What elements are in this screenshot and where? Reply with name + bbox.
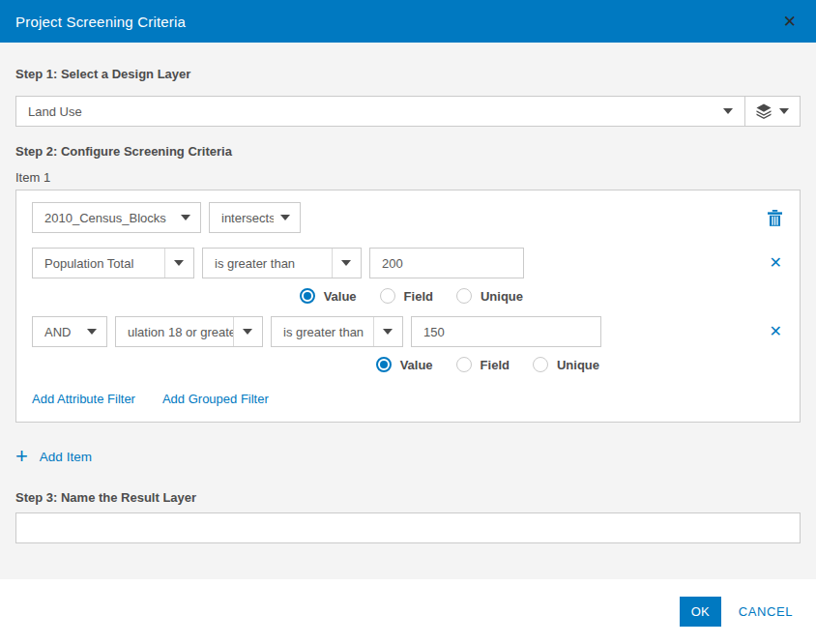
project-screening-dialog: Project Screening Criteria ✕ Step 1: Sel… bbox=[0, 0, 816, 644]
layers-icon bbox=[756, 103, 772, 119]
filter1-radio-value[interactable] bbox=[300, 288, 315, 304]
filter2-field-dropdown[interactable]: ulation 18 or greater bbox=[115, 316, 263, 347]
ok-button[interactable]: OK bbox=[680, 597, 721, 627]
filter1-field-value: Population Total bbox=[44, 256, 133, 271]
chevron-down-icon bbox=[87, 329, 97, 335]
design-layer-select[interactable]: Land Use bbox=[16, 97, 744, 126]
layer-options-button[interactable] bbox=[745, 97, 800, 126]
filter1-radio-field[interactable] bbox=[380, 288, 395, 304]
close-icon[interactable]: ✕ bbox=[779, 12, 801, 32]
chevron-down-icon bbox=[779, 108, 789, 114]
dialog-header: Project Screening Criteria ✕ bbox=[0, 0, 816, 43]
chevron-down-icon bbox=[280, 215, 290, 220]
dialog-body: Step 1: Select a Design Layer Land Use S… bbox=[0, 43, 816, 579]
filter2-conjunction-value: AND bbox=[44, 325, 71, 339]
filter2-radio-field-label: Field bbox=[481, 358, 510, 372]
filter2-radio-unique[interactable] bbox=[533, 357, 548, 372]
close-icon: ✕ bbox=[770, 324, 782, 339]
spatial-operator-value: intersects bbox=[221, 211, 274, 225]
dialog-footer: OK CANCEL bbox=[0, 579, 816, 644]
filter-links-row: Add Attribute Filter Add Grouped Filter bbox=[32, 392, 784, 406]
census-layer-value: 2010_Census_Blocks bbox=[44, 211, 166, 225]
filter2-value-input[interactable] bbox=[411, 316, 601, 347]
filter2-field-value: ulation 18 or greater bbox=[128, 325, 233, 339]
spatial-filter-row: 2010_Census_Blocks intersects bbox=[32, 202, 784, 233]
filter2-mode-group: Value Field Unique bbox=[32, 357, 599, 372]
close-icon: ✕ bbox=[770, 255, 782, 271]
step1-label: Step 1: Select a Design Layer bbox=[15, 67, 801, 81]
plus-icon: + bbox=[15, 448, 28, 465]
filter1-operator-value: is greater than bbox=[215, 256, 295, 271]
item-label: Item 1 bbox=[15, 170, 801, 185]
filter2-radio-field[interactable] bbox=[456, 357, 472, 372]
filter2-operator-dropdown[interactable]: is greater than bbox=[271, 316, 403, 347]
chevron-down-icon bbox=[383, 329, 393, 335]
filter1-radio-field-label: Field bbox=[404, 289, 433, 304]
filter1-mode-group: Value Field Unique bbox=[32, 288, 523, 304]
filter1-value-input[interactable] bbox=[369, 248, 524, 278]
filter2-conjunction-dropdown[interactable]: AND bbox=[32, 316, 107, 347]
filter2-radio-value-label: Value bbox=[400, 358, 433, 372]
add-grouped-filter-link[interactable]: Add Grouped Filter bbox=[162, 392, 269, 406]
cancel-button[interactable]: CANCEL bbox=[739, 604, 793, 619]
census-layer-dropdown[interactable]: 2010_Census_Blocks bbox=[32, 202, 201, 233]
trash-icon bbox=[768, 210, 782, 226]
step3-label: Step 3: Name the Result Layer bbox=[15, 490, 801, 505]
chevron-down-icon bbox=[174, 260, 184, 266]
design-layer-value: Land Use bbox=[28, 104, 82, 119]
add-attribute-filter-link[interactable]: Add Attribute Filter bbox=[32, 392, 135, 406]
step2-label: Step 2: Configure Screening Criteria bbox=[15, 144, 801, 159]
attribute-filter-row: AND ulation 18 or greater is greater tha… bbox=[32, 316, 784, 347]
criteria-item-box: 2010_Census_Blocks intersects bbox=[15, 190, 801, 423]
chevron-down-icon bbox=[243, 329, 252, 335]
dialog-title: Project Screening Criteria bbox=[15, 14, 186, 30]
add-item-label: Add Item bbox=[40, 450, 92, 464]
add-item-button[interactable]: + Add Item bbox=[15, 448, 92, 465]
chevron-down-icon bbox=[723, 108, 733, 114]
filter1-radio-unique-label: Unique bbox=[481, 289, 523, 304]
filter2-operator-value: is greater than bbox=[283, 325, 364, 339]
filter1-field-dropdown[interactable]: Population Total bbox=[32, 248, 194, 278]
chevron-down-icon bbox=[181, 215, 190, 220]
filter1-radio-unique[interactable] bbox=[456, 288, 472, 304]
filter1-radio-value-label: Value bbox=[324, 289, 357, 304]
filter2-radio-value[interactable] bbox=[376, 357, 392, 372]
chevron-down-icon bbox=[341, 260, 351, 266]
attribute-filter-row: Population Total is greater than ✕ bbox=[32, 248, 784, 278]
remove-filter2-button[interactable]: ✕ bbox=[768, 322, 784, 341]
filter1-operator-dropdown[interactable]: is greater than bbox=[202, 248, 362, 278]
remove-filter1-button[interactable]: ✕ bbox=[768, 253, 784, 273]
result-layer-name-input[interactable] bbox=[15, 512, 801, 543]
filter2-radio-unique-label: Unique bbox=[557, 358, 599, 372]
delete-item-button[interactable] bbox=[766, 208, 784, 228]
design-layer-combo: Land Use bbox=[15, 96, 801, 127]
spatial-operator-dropdown[interactable]: intersects bbox=[209, 202, 301, 233]
